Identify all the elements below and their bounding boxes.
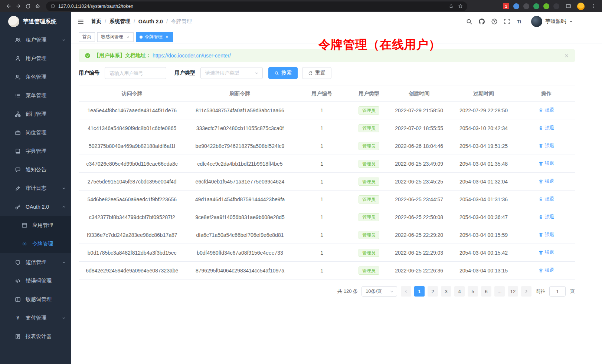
sidebar-item-sensitive-word[interactable]: 敏感词管理 <box>0 290 71 309</box>
sidebar-item-pay[interactable]: ¥支付管理 <box>0 309 71 327</box>
force-logout-button[interactable]: 强退 <box>539 267 554 274</box>
browser-toolbar: 127.0.0.1:1024/system/oauth2/token 1 <box>0 0 602 12</box>
extension-icon[interactable] <box>523 3 529 9</box>
trash-icon <box>539 232 543 237</box>
force-logout-button[interactable]: 强退 <box>539 107 554 113</box>
force-logout-button[interactable]: 强退 <box>539 125 554 131</box>
user-id-cell: 1 <box>295 226 349 244</box>
prev-page-button[interactable] <box>401 286 411 297</box>
breadcrumb-item[interactable]: 首页 <box>91 18 101 25</box>
user-icon <box>15 56 21 62</box>
share-icon[interactable] <box>449 4 454 9</box>
page-button-2[interactable]: 2 <box>428 286 438 297</box>
sidebar-item-notice[interactable]: 通知公告 <box>0 161 71 179</box>
help-icon[interactable] <box>491 18 498 25</box>
extension-icon[interactable] <box>543 3 549 9</box>
sidebar-item-menu[interactable]: 菜单管理 <box>0 86 71 105</box>
force-logout-button[interactable]: 强退 <box>539 178 554 185</box>
page-button-6[interactable]: 6 <box>481 286 491 297</box>
home-icon[interactable] <box>33 1 42 11</box>
breadcrumb-item[interactable]: OAuth 2.0 <box>138 19 163 24</box>
pager: 123456...12 <box>401 286 531 297</box>
sidebar-item-sms[interactable]: 短信管理 <box>0 253 71 272</box>
app-logo[interactable]: 芋道管理系统 <box>0 12 71 31</box>
force-logout-button[interactable]: 强退 <box>539 160 554 167</box>
access-token-cell: b0d1785bc3a8482f812db4a3f3bd15ec <box>79 244 185 262</box>
search-icon[interactable] <box>466 18 472 25</box>
page-button-4[interactable]: 4 <box>454 286 465 297</box>
table-row: 6d842e2924594de9a09e45e087323abe8796295f… <box>79 262 575 279</box>
sidebar-item-report[interactable]: 报表设计器 <box>0 327 71 346</box>
forward-icon[interactable] <box>13 1 23 11</box>
pager-more[interactable]: ... <box>494 286 505 297</box>
profile-avatar[interactable] <box>577 3 585 10</box>
alert-close-icon[interactable] <box>564 53 569 58</box>
refresh-token-cell: be90422b8c7946218275a508bf524fc9 <box>185 137 294 155</box>
user-menu[interactable]: 芋道源码 <box>531 16 573 27</box>
site-info-icon[interactable] <box>50 4 55 9</box>
font-size-icon[interactable]: Tt <box>516 18 523 25</box>
force-logout-button[interactable]: 强退 <box>539 196 554 202</box>
chevron-down-icon <box>254 71 259 76</box>
close-icon[interactable] <box>165 35 169 39</box>
tab-token[interactable]: 令牌管理 <box>136 32 173 42</box>
page-button-5[interactable]: 5 <box>468 286 478 297</box>
next-page-button[interactable] <box>521 286 531 297</box>
user-type-select[interactable]: 请选择用户类型 <box>200 67 263 79</box>
users-icon <box>15 37 21 43</box>
page-button-12[interactable]: 12 <box>508 286 518 297</box>
sidebar-item-role[interactable]: 角色管理 <box>0 68 71 86</box>
fullscreen-icon[interactable] <box>504 18 510 25</box>
breadcrumb-item[interactable]: 系统管理 <box>109 18 130 25</box>
svg-text:Tt: Tt <box>517 19 521 24</box>
page-size-select[interactable]: 10条/页 <box>361 286 397 297</box>
edit-icon <box>15 185 21 191</box>
user-id-cell: 1 <box>295 119 349 137</box>
user-id-input[interactable] <box>105 67 166 79</box>
extension-icon[interactable]: 1 <box>503 3 509 9</box>
sidebar-item-dept[interactable]: 部门管理 <box>0 105 71 123</box>
extension-icon[interactable] <box>533 3 539 9</box>
sidebar-item-oauth2[interactable]: OAuth 2.0 <box>0 198 71 216</box>
pagination: 共 120 条 10条/页 123456...12 前往 页 <box>79 286 575 297</box>
side-panel-icon[interactable] <box>563 1 573 11</box>
extension-icon[interactable] <box>553 3 559 9</box>
back-icon[interactable] <box>4 1 13 11</box>
browser-menu-icon[interactable] <box>589 1 598 11</box>
alert-text: 【用户体系】文档地址： <box>94 52 151 59</box>
close-icon[interactable] <box>125 35 130 39</box>
sidebar-item-oauth2-app[interactable]: 应用管理 <box>0 216 71 235</box>
alert-doc-link[interactable]: https://doc.iocoder.cn/user-center/ <box>153 53 231 59</box>
sidebar-item-audit-log[interactable]: 审计日志 <box>0 179 71 198</box>
table-header-row: 访问令牌刷新令牌用户编号用户类型创建时间过期时间操作 <box>79 86 575 102</box>
sidebar-item-dict[interactable]: 字典管理 <box>0 142 71 161</box>
hamburger-icon[interactable] <box>77 18 84 25</box>
extension-icon[interactable] <box>513 3 519 9</box>
force-logout-button[interactable]: 强退 <box>539 142 554 149</box>
sidebar-item-error-code[interactable]: 错误码管理 <box>0 272 71 290</box>
reload-icon[interactable] <box>23 1 33 11</box>
page-button-3[interactable]: 3 <box>441 286 451 297</box>
force-logout-button[interactable]: 强退 <box>539 214 554 220</box>
tab-sensitive-word[interactable]: 敏感词管理 <box>97 32 134 42</box>
sidebar-item-post[interactable]: 岗位管理 <box>0 123 71 142</box>
expire-time-cell: 2054-03-10 20:42:34 <box>449 119 518 137</box>
column-header: 操作 <box>518 86 575 102</box>
sidebar-item-user[interactable]: 用户管理 <box>0 49 71 68</box>
bookmark-star-icon[interactable] <box>458 4 463 9</box>
create-time-cell: 2022-06-25 23:45:25 <box>389 173 449 191</box>
force-logout-button[interactable]: 强退 <box>539 231 554 238</box>
sidebar-item-tenant[interactable]: 租户管理 <box>0 31 71 49</box>
github-icon[interactable] <box>478 18 485 25</box>
jump-page-input[interactable] <box>549 286 566 297</box>
code-icon <box>15 278 21 284</box>
force-logout-button[interactable]: 强退 <box>539 249 554 256</box>
search-button[interactable]: 搜索 <box>268 67 298 79</box>
tab-home[interactable]: 首页 <box>79 32 95 42</box>
sidebar-item-oauth2-token[interactable]: 令牌管理 <box>0 235 71 253</box>
trash-icon <box>539 108 543 113</box>
page-button-1[interactable]: 1 <box>414 286 425 297</box>
address-bar[interactable]: 127.0.0.1:1024/system/oauth2/token <box>46 1 467 11</box>
reset-button[interactable]: 重置 <box>302 67 331 79</box>
user-type-tag: 管理员 <box>359 160 379 168</box>
